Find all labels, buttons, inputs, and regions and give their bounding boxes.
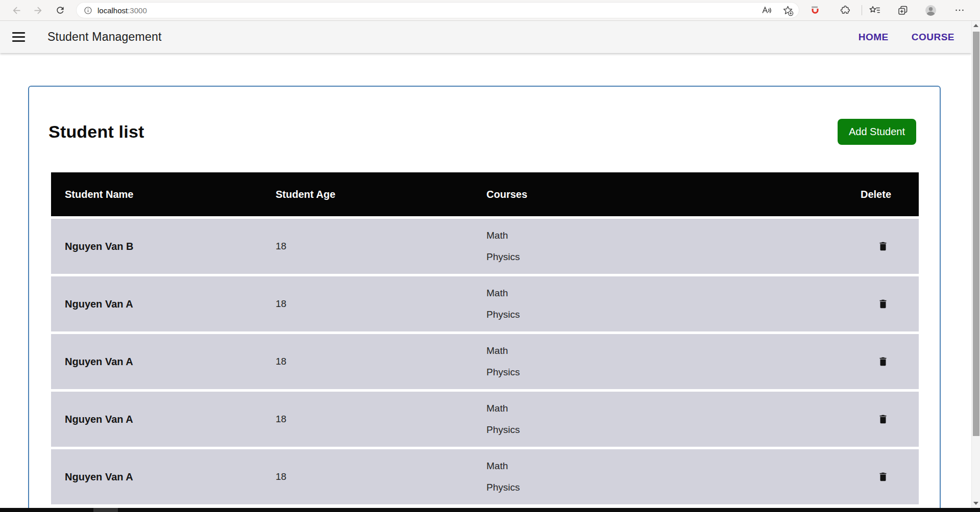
ellipsis-icon [954, 5, 965, 16]
delete-cell [847, 355, 919, 368]
student-name-cell: Nguyen Van B [51, 241, 262, 252]
scroll-down-arrow-icon[interactable] [973, 502, 978, 505]
page-content: Student list Add Student Student Name St… [0, 53, 971, 508]
table-row: Nguyen Van A 18 MathPhysics [51, 392, 919, 447]
student-courses-cell: MathPhysics [473, 283, 847, 325]
collections-button[interactable] [896, 3, 910, 17]
table-row: Nguyen Van B 18 MathPhysics [51, 219, 919, 274]
read-aloud-icon[interactable] [761, 5, 773, 16]
favorites-button[interactable] [868, 3, 882, 17]
student-name-cell: Nguyen Van A [51, 414, 262, 425]
course-line: Math [486, 340, 847, 362]
url-text: localhost:3000 [97, 6, 147, 15]
student-courses-cell: MathPhysics [473, 455, 847, 498]
table-header-row: Student Name Student Age Courses Delete [51, 172, 919, 216]
student-courses-cell: MathPhysics [473, 340, 847, 383]
taskbar-segment [93, 508, 118, 512]
table-row: Nguyen Van A 18 MathPhysics [51, 449, 919, 504]
trash-icon [877, 298, 889, 310]
trash-icon [877, 471, 889, 483]
student-age-cell: 18 [262, 471, 473, 482]
url-bar[interactable]: localhost:3000 [77, 3, 799, 18]
scrollbar-thumb[interactable] [973, 32, 979, 436]
students-table: Student Name Student Age Courses Delete … [51, 172, 919, 504]
student-name-cell: Nguyen Van A [51, 298, 262, 310]
app-title: Student Management [47, 30, 162, 44]
toolbar-separator [862, 5, 862, 15]
forward-arrow-icon [33, 5, 43, 16]
table-row: Nguyen Van A 18 MathPhysics [51, 276, 919, 331]
trash-icon [877, 413, 889, 425]
puzzle-extensions-icon [840, 5, 851, 16]
delete-student-button[interactable] [877, 471, 889, 483]
trash-icon [877, 355, 889, 368]
course-line: Math [486, 283, 847, 304]
delete-student-button[interactable] [877, 413, 889, 425]
webadvisor-extension-button[interactable] [808, 3, 822, 17]
student-courses-cell: MathPhysics [473, 225, 847, 268]
nav-link-course[interactable]: COURSE [912, 32, 954, 43]
column-header-name: Student Name [51, 189, 262, 200]
course-line: Physics [486, 304, 847, 325]
delete-cell [847, 413, 919, 425]
course-line: Physics [486, 419, 847, 441]
menu-button[interactable] [12, 28, 31, 46]
refresh-icon [55, 5, 65, 15]
course-line: Math [486, 398, 847, 419]
table-body: Nguyen Van B 18 MathPhysics Nguyen Van A… [51, 219, 919, 504]
student-name-cell: Nguyen Van A [51, 356, 262, 368]
student-age-cell: 18 [262, 241, 473, 252]
course-line: Math [486, 455, 847, 477]
column-header-delete: Delete [847, 189, 919, 200]
back-arrow-icon [11, 5, 22, 16]
app-header: Student Management HOME COURSE [0, 21, 971, 53]
hamburger-icon [12, 32, 25, 34]
taskbar-edge [0, 508, 980, 512]
back-button[interactable] [9, 3, 23, 17]
delete-cell [847, 240, 919, 252]
extensions-button[interactable] [838, 3, 852, 17]
settings-menu-button[interactable] [952, 3, 967, 17]
add-student-button[interactable]: Add Student [838, 119, 916, 145]
course-line: Physics [486, 246, 847, 268]
column-header-age: Student Age [262, 189, 473, 200]
delete-student-button[interactable] [877, 240, 889, 252]
add-favorite-star-icon[interactable] [782, 5, 794, 16]
page-title: Student list [48, 122, 144, 142]
scroll-up-arrow-icon[interactable] [973, 24, 978, 27]
forward-button[interactable] [31, 3, 45, 17]
student-age-cell: 18 [262, 414, 473, 425]
student-name-cell: Nguyen Van A [51, 471, 262, 483]
delete-student-button[interactable] [877, 298, 889, 310]
student-age-cell: 18 [262, 356, 473, 367]
student-age-cell: 18 [262, 298, 473, 310]
delete-cell [847, 471, 919, 483]
course-line: Math [486, 225, 847, 246]
table-row: Nguyen Van A 18 MathPhysics [51, 334, 919, 389]
profile-avatar-icon [924, 4, 937, 17]
trash-icon [877, 240, 889, 252]
delete-cell [847, 298, 919, 310]
webadvisor-shield-icon [810, 5, 821, 16]
course-line: Physics [486, 362, 847, 383]
collections-icon [897, 4, 909, 16]
column-header-courses: Courses [473, 189, 847, 200]
vertical-scrollbar[interactable] [971, 21, 980, 508]
refresh-button[interactable] [53, 3, 67, 17]
student-list-card: Student list Add Student Student Name St… [28, 86, 941, 508]
favorites-star-list-icon [869, 4, 881, 16]
site-info-icon[interactable] [83, 6, 93, 15]
nav-links: HOME COURSE [859, 32, 954, 43]
nav-link-home[interactable]: HOME [859, 32, 889, 43]
url-host: localhost [97, 6, 128, 15]
browser-toolbar: localhost:3000 [0, 0, 980, 21]
course-line: Physics [486, 477, 847, 498]
student-courses-cell: MathPhysics [473, 398, 847, 441]
delete-student-button[interactable] [877, 355, 889, 368]
url-port: :3000 [128, 6, 147, 15]
profile-button[interactable] [923, 3, 938, 17]
